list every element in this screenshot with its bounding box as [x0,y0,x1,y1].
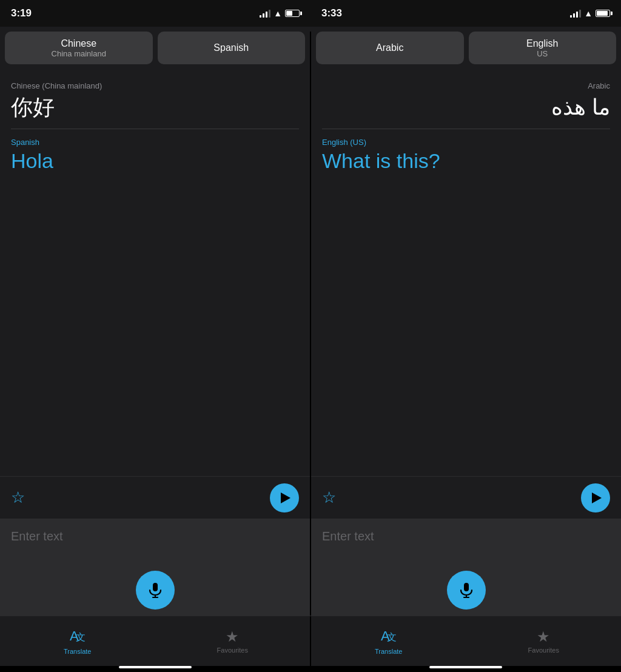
lang-btn-chinese-main: Chinese [61,38,96,49]
left-mic-button[interactable] [136,571,175,610]
right-home-indicator [429,666,502,668]
lang-btn-spanish-main: Spanish [213,42,249,53]
left-translation-lang-label: Spanish [11,138,299,147]
right-mic-button[interactable] [447,571,486,610]
left-status: 3:19 ▲ [0,0,310,27]
signal-bar-4 [269,10,270,18]
left-battery-icon [285,10,300,17]
lang-picker-row: Chinese China mainland Spanish Arabic En… [0,27,621,69]
svg-text:文: 文 [76,632,86,642]
tab-bar: A 文 Translate ★ Favourites A 文 [0,616,621,666]
left-translate-icon: A 文 [70,627,86,647]
right-translate-icon: A 文 [381,627,397,647]
tab-bar-wrapper: A 文 Translate ★ Favourites A 文 [0,616,621,672]
left-play-icon [281,492,290,503]
lang-btn-english[interactable]: English US [469,32,617,64]
left-tab-half: A 文 Translate ★ Favourites [0,616,310,666]
right-wifi-icon: ▲ [584,8,592,18]
status-bar: 3:19 ▲ 3:33 ▲ [0,0,621,27]
left-input-panel: Enter text [0,519,310,616]
left-enter-text[interactable]: Enter text [11,529,63,543]
svg-rect-3 [464,583,469,591]
right-translation-text: What is this? [322,149,610,173]
left-divider-line [11,129,299,129]
lang-btn-english-sub: US [537,49,548,58]
right-play-button[interactable] [581,483,610,512]
home-indicators [0,666,621,672]
left-status-icons: ▲ [260,8,300,18]
left-tab-translate[interactable]: A 文 Translate [0,627,155,655]
right-signal-bar-1 [570,15,572,18]
right-status-icons: ▲ [570,8,610,18]
main-translation-row: Chinese (China mainland) 你好 Spanish Hola… [0,69,621,519]
left-panel-bottom-bar: ☆ [0,476,310,519]
right-panel: Arabic ما هذه English (US) What is this?… [311,69,621,519]
left-translation-area: Chinese (China mainland) 你好 Spanish Hola [0,69,310,476]
right-divider-line [322,129,610,129]
lang-btn-english-main: English [526,38,558,49]
right-battery-icon [596,10,610,17]
left-time: 3:19 [11,7,32,19]
left-favourites-icon: ★ [226,628,239,645]
right-mic-icon [458,582,475,599]
lang-btn-chinese[interactable]: Chinese China mainland [5,32,153,64]
right-signal [570,9,581,18]
left-home-indicator [119,666,192,668]
right-signal-bar-4 [579,10,581,18]
right-status: 3:33 ▲ [310,0,621,27]
right-enter-text[interactable]: Enter text [322,529,374,543]
right-tab-translate[interactable]: A 文 Translate [311,627,466,655]
right-favourites-label: Favourites [528,647,559,654]
right-play-icon [592,492,602,503]
signal-bar-3 [266,12,267,18]
input-row: Enter text Enter text [0,519,621,616]
right-translation-area: Arabic ما هذه English (US) What is this? [311,69,621,476]
right-tab-favourites[interactable]: ★ Favourites [466,628,622,654]
right-star-button[interactable]: ☆ [322,488,336,507]
right-panel-bottom-bar: ☆ [311,476,621,519]
lang-btn-arabic[interactable]: Arabic [316,32,464,64]
left-translate-label: Translate [64,648,91,655]
right-tab-half: A 文 Translate ★ Favourites [311,616,621,666]
right-favourites-icon: ★ [537,628,550,645]
signal-bar-1 [260,15,261,18]
left-tab-favourites[interactable]: ★ Favourites [155,628,310,654]
left-mic-icon [147,582,164,599]
left-signal [260,9,270,18]
right-translate-label: Translate [375,648,402,655]
left-battery-fill [286,11,292,16]
left-play-button[interactable] [270,483,299,512]
right-time: 3:33 [321,7,342,19]
lang-btn-arabic-main: Arabic [376,42,403,53]
left-wifi-icon: ▲ [274,8,282,18]
left-translation-text: Hola [11,149,299,173]
left-favourites-label: Favourites [217,647,248,654]
left-source-text: 你好 [11,94,299,120]
signal-bar-2 [263,13,264,18]
left-source-lang-label: Chinese (China mainland) [11,81,299,90]
right-source-lang-label: Arabic [322,81,610,90]
lang-btn-chinese-sub: China mainland [52,49,106,58]
right-input-panel: Enter text [311,519,621,616]
right-translation-lang-label: English (US) [322,138,610,147]
svg-rect-0 [153,583,158,591]
lang-btn-spanish[interactable]: Spanish [158,32,306,64]
svg-text:文: 文 [387,632,397,642]
right-signal-bar-3 [576,12,578,18]
right-home-ind-half [310,666,621,672]
left-home-ind-half [0,666,310,672]
lang-picker-divider [310,32,311,74]
left-panel: Chinese (China mainland) 你好 Spanish Hola… [0,69,310,519]
right-source-text: ما هذه [322,94,610,120]
right-battery-fill [597,11,608,16]
left-star-button[interactable]: ☆ [11,488,25,507]
right-signal-bar-2 [573,13,575,18]
